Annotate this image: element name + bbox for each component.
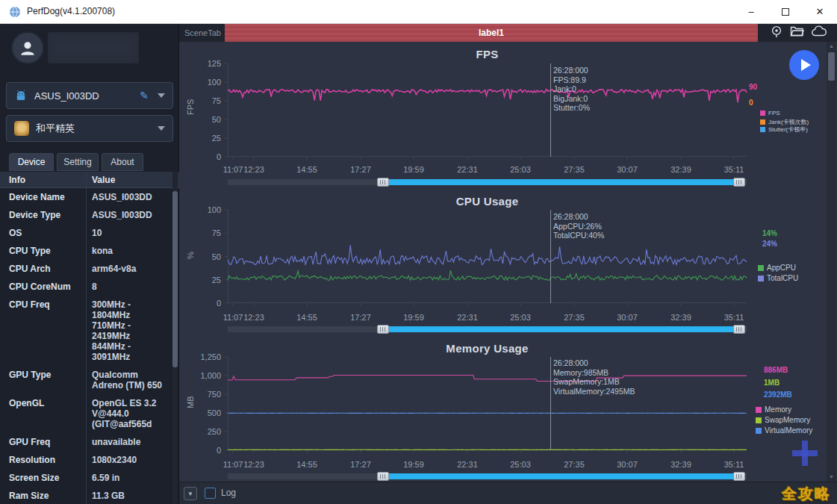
location-pin-icon[interactable] [771,25,782,39]
expand-log-button[interactable]: ▼ [184,487,197,500]
log-checkbox[interactable] [205,488,216,499]
crosshair-tooltip-line: SwapMemory:1MB [553,377,620,387]
x-tick-label: 19:59 [397,165,430,174]
close-button[interactable]: ✕ [803,0,837,24]
legend-swatch [760,127,765,132]
slider-left-handle[interactable] [377,325,389,334]
info-cell: OpenGL [0,398,82,429]
series-totalcpu [228,245,747,264]
legend-label: Jank(卡顿次数) [768,118,809,126]
watermark-text: 全攻略 [782,484,831,504]
cpu-chart-plot[interactable] [228,210,747,303]
scrollbar-thumb[interactable] [172,191,178,367]
x-tick-label: 30:07 [611,313,644,322]
scenetab-label: SceneTab [179,24,224,42]
table-row: Device NameASUS_I003DD [0,188,179,206]
game-app-icon [14,121,29,136]
x-tick-label: 25:03 [504,460,537,469]
y-tick-label: 75 [179,96,221,105]
app-select[interactable]: 和平精英 [6,115,173,142]
table-row: CPU Freq300MHz -1804MHz710MHz -2419MHz84… [0,296,179,366]
info-cell: CPU Freq [0,299,82,362]
legend-label: Stutter(卡顿率) [768,125,808,134]
slider-active-range[interactable] [383,473,739,479]
memory-chart-plot[interactable] [228,357,747,450]
info-cell: CPU Type [0,246,82,256]
tab-setting[interactable]: Setting [57,153,99,171]
value-cell: 11.3 GB [82,491,179,501]
slider-right-handle[interactable] [733,472,745,481]
legend-item: FPS [760,110,780,116]
memory-range-slider[interactable] [228,472,747,481]
y-tick-label: 750 [179,390,221,399]
series-end-value: 90 [749,83,757,91]
slider-active-range[interactable] [383,179,739,185]
fps-range-slider[interactable] [228,178,747,187]
window-title: PerfDog(v4.1.200708) [27,6,115,16]
minimize-button[interactable]: – [734,0,768,24]
x-tick-label: 14:55 [290,165,323,174]
y-tick-label: 1,000 [179,371,221,380]
plus-icon[interactable] [792,441,818,466]
legend-swatch [758,276,764,281]
folder-icon[interactable] [790,25,804,37]
slider-active-range[interactable] [383,326,739,332]
crosshair-tooltip-line: Jank:0 [553,84,576,94]
x-tick-label: 19:59 [397,460,430,469]
legend-swatch [760,119,765,125]
x-tick-label: 14:55 [290,313,323,322]
legend-item: Jank(卡顿次数) [760,118,809,126]
x-tick-label: 30:07 [611,165,644,174]
table-row: GPU Frequnavailable [0,433,179,451]
perfdog-logo-icon [9,6,21,18]
slider-left-handle[interactable] [377,178,389,187]
memory-crosshair [550,357,551,450]
maximize-icon [782,8,789,16]
cpu-range-slider[interactable] [228,325,747,334]
scrollbar-thumb[interactable] [828,52,835,81]
x-tick-label: 25:03 [504,313,537,322]
tab-device[interactable]: Device [9,153,54,171]
x-tick-label: 22:31 [451,165,484,174]
sidebar-scrollbar[interactable] [172,172,178,504]
legend-swatch [760,111,765,116]
slider-left-handle[interactable] [377,472,389,481]
tab-about[interactable]: About [102,153,143,171]
y-tick-label: 0 [179,446,221,455]
user-avatar[interactable] [11,31,44,64]
android-icon [14,90,28,102]
value-cell: ASUS_I003DD [82,210,179,220]
crosshair-tooltip-line: FPS:89.9 [553,75,586,85]
y-tick-label: 500 [179,408,221,417]
series-end-value: 886MB [764,366,788,374]
edit-device-icon[interactable]: ✎ [140,90,149,102]
info-cell: GPU Type [0,370,82,391]
table-row: OS10 [0,224,179,242]
memory-chart-title: Memory Usage [228,342,747,355]
cloud-icon[interactable] [812,25,827,37]
app-select-value: 和平精英 [36,122,158,135]
scroll-up-arrow[interactable]: ▲ [827,42,836,51]
y-tick-label: 1,250 [179,352,221,361]
series-end-value: 24% [762,240,777,248]
fps-chart-title: FPS [228,48,747,60]
maximize-button[interactable] [768,0,803,24]
value-cell: 8 [82,281,179,292]
scene-tab-label1[interactable]: label1 [225,24,758,42]
charts-scrollbar[interactable]: ▲ ▼ [827,42,836,482]
value-cell: ASUS_I003DD [82,192,179,202]
person-icon [18,38,37,57]
play-button[interactable] [789,50,819,80]
y-tick-label: 50 [179,115,221,124]
value-cell: QualcommAdreno (TM) 650 [82,370,179,391]
value-cell: unavailable [82,437,179,447]
fps-chart-plot[interactable] [228,63,747,157]
device-select[interactable]: ASUS_I003DD ✎ [6,82,173,109]
slider-right-handle[interactable] [733,325,745,334]
series-end-value: 2392MB [764,391,792,399]
scroll-down-arrow[interactable]: ▼ [827,473,836,482]
x-tick-label: 19:59 [397,313,430,322]
x-tick-label: 25:03 [504,165,537,174]
slider-right-handle[interactable] [733,178,745,187]
x-tick-label: 12:23 [237,165,270,174]
